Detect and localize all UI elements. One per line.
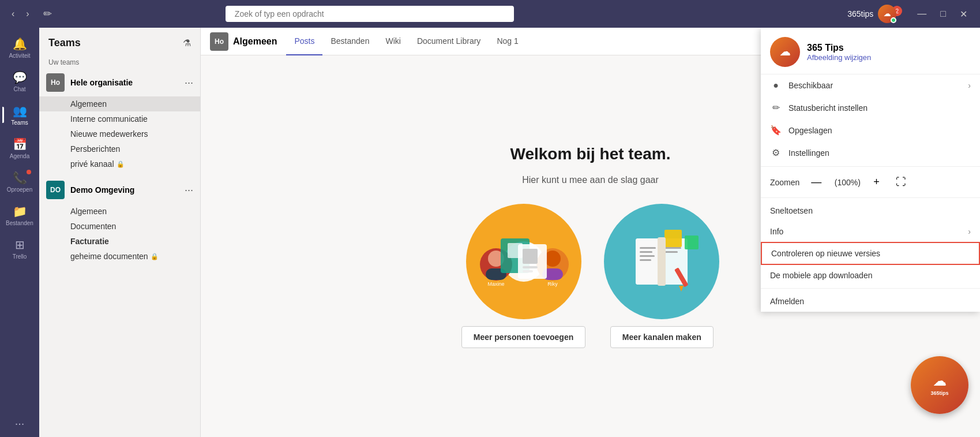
- zoom-plus-button[interactable]: +: [869, 175, 884, 189]
- bell-icon: 🔔: [13, 37, 27, 51]
- sidebar-label-teams: Teams: [11, 119, 28, 126]
- dropdown-menu: ☁ 365 Tips Afbeelding wijzigen ● Beschik…: [761, 28, 980, 312]
- channel-item-persberichten[interactable]: Persberichten: [39, 141, 200, 156]
- channel-item-facturatie[interactable]: Facturatie: [39, 234, 200, 249]
- watermark-logo-icon: ☁: [933, 374, 946, 389]
- svg-rect-21: [640, 255, 655, 257]
- svg-rect-26: [685, 236, 699, 249]
- trello-icon: ⊞: [15, 238, 25, 252]
- channel-item-geheime-documenten[interactable]: geheime documenten 🔒: [39, 249, 200, 264]
- user-avatar[interactable]: ☁: [878, 5, 896, 23]
- welcome-subtitle: Hier kunt u mee aan de slag gaar: [522, 175, 659, 185]
- lock-icon-prive: 🔒: [117, 160, 125, 168]
- main-area: 🔔 Activiteit 💬 Chat 👥 Teams 📅 Agenda 📞 O…: [0, 28, 980, 437]
- svg-text:Maxine: Maxine: [487, 281, 504, 287]
- info-label: Info: [770, 227, 783, 236]
- dropdown-item-opgeslagen[interactable]: 🔖 Opgeslagen: [761, 119, 980, 141]
- filter-button[interactable]: ⚗: [183, 38, 191, 48]
- dropdown-item-afmelden[interactable]: Afmelden: [761, 291, 980, 312]
- sidebar-item-oproepen[interactable]: 📞 Oproepen: [2, 166, 37, 197]
- zoom-label: Zoomen: [770, 178, 799, 187]
- change-photo-link[interactable]: Afbeelding wijzigen: [807, 53, 871, 62]
- tab-posts[interactable]: Posts: [286, 28, 322, 55]
- illustration-add-people: + Maxine Riky: [466, 204, 581, 319]
- illustration-add-channels: [604, 204, 719, 319]
- statusbericht-icon: ✏: [770, 102, 782, 113]
- sidebar-item-trello[interactable]: ⊞ Trello: [2, 233, 37, 264]
- team-more-ho[interactable]: ···: [185, 77, 193, 89]
- tab-document-library[interactable]: Document Library: [409, 28, 489, 55]
- dropdown-item-info[interactable]: Info ›: [761, 221, 980, 242]
- opgeslagen-icon: 🔖: [770, 125, 782, 136]
- welcome-cards: + Maxine Riky: [461, 204, 720, 348]
- sidebar-item-bestanden[interactable]: 📁 Bestanden: [2, 200, 37, 231]
- zoom-fullscreen-button[interactable]: ⛶: [891, 175, 911, 189]
- sidebar-label-chat: Chat: [13, 86, 25, 92]
- sidebar-label-activiteit: Activiteit: [9, 53, 30, 59]
- close-button[interactable]: ✕: [954, 6, 973, 22]
- channel-item-interne-communicatie[interactable]: Interne communicatie: [39, 111, 200, 126]
- search-input[interactable]: [226, 6, 514, 22]
- teams-panel: Teams ⚗ Uw teams Ho Hele organisatie ···…: [39, 28, 201, 437]
- titlebar-right: 365tips ☁ 2: [847, 5, 902, 23]
- team-avatar-do: DO: [46, 181, 65, 199]
- nav-buttons: ‹ ›: [7, 6, 34, 21]
- avatar-initials: ☁: [884, 10, 891, 18]
- files-icon: 📁: [13, 204, 27, 218]
- teams-icon: 👥: [13, 104, 27, 118]
- tab-wiki[interactable]: Wiki: [377, 28, 408, 55]
- add-people-button[interactable]: Meer personen toevoegen: [461, 326, 586, 348]
- dropdown-item-mobiele-app[interactable]: De mobiele app downloaden: [761, 265, 980, 286]
- svg-text:Riky: Riky: [547, 281, 558, 287]
- sneltoetsen-label: Sneltoetsen: [770, 206, 813, 215]
- sidebar-item-teams[interactable]: 👥 Teams: [2, 99, 37, 130]
- channel-logo: Ho: [210, 32, 228, 51]
- sidebar-label-trello: Trello: [13, 253, 27, 260]
- compose-button[interactable]: ✏: [39, 5, 57, 23]
- channel-item-documenten[interactable]: Documenten: [39, 219, 200, 234]
- sidebar-more-button[interactable]: ···: [15, 417, 25, 430]
- beschikbaar-chevron: ›: [968, 81, 971, 90]
- team-more-do[interactable]: ···: [185, 184, 193, 196]
- svg-rect-24: [665, 251, 678, 253]
- oproepen-notification-dot: [27, 170, 31, 174]
- titlebar: ‹ › ✏ 365tips ☁ 2 — □ ✕: [0, 0, 980, 28]
- dropdown-item-beschikbaar[interactable]: ● Beschikbaar ›: [761, 74, 980, 96]
- team-avatar-ho: Ho: [46, 73, 65, 92]
- content-area: Ho Algemeen Posts Bestanden Wiki Documen…: [201, 28, 980, 437]
- zoom-minus-button[interactable]: —: [806, 175, 826, 189]
- dropdown-item-sneltoetsen[interactable]: Sneltoetsen: [761, 200, 980, 221]
- dropdown-item-instellingen[interactable]: ⚙ Instellingen: [761, 141, 980, 164]
- sidebar-item-chat[interactable]: 💬 Chat: [2, 66, 37, 97]
- back-button[interactable]: ‹: [7, 6, 19, 21]
- dropdown-profile-info: 365 Tips Afbeelding wijzigen: [807, 43, 871, 62]
- channel-item-nieuwe-medewerkers[interactable]: Nieuwe medewerkers: [39, 126, 200, 141]
- sidebar-item-agenda[interactable]: 📅 Agenda: [2, 133, 37, 164]
- channel-item-algemeen-ho[interactable]: Algemeen: [39, 96, 200, 111]
- channel-item-prive-kanaal[interactable]: privé kanaal 🔒: [39, 156, 200, 171]
- dropdown-item-controleren[interactable]: Controleren op nieuwe versies: [761, 242, 980, 265]
- svg-point-7: [545, 251, 561, 267]
- zoom-row: Zoomen — (100%) + ⛶: [761, 169, 980, 195]
- welcome-card-channels: Meer kanalen maken: [604, 204, 719, 348]
- forward-button[interactable]: ›: [21, 6, 33, 21]
- team-item-demo-omgeving[interactable]: DO Demo Omgeving ···: [39, 176, 200, 204]
- teams-list: Uw teams Ho Hele organisatie ··· Algemee…: [39, 54, 200, 437]
- svg-rect-19: [640, 247, 656, 249]
- channel-item-algemeen-do[interactable]: Algemeen: [39, 204, 200, 219]
- svg-rect-25: [664, 230, 682, 247]
- team-item-hele-organisatie[interactable]: Ho Hele organisatie ···: [39, 69, 200, 96]
- svg-rect-14: [523, 266, 538, 268]
- dropdown-item-statusbericht[interactable]: ✏ Statusbericht instellen: [761, 96, 980, 119]
- minimize-button[interactable]: —: [911, 6, 932, 22]
- svg-rect-13: [523, 249, 538, 264]
- tab-nog1[interactable]: Nog 1: [489, 28, 526, 55]
- tab-bestanden[interactable]: Bestanden: [322, 28, 377, 55]
- sidebar-item-activiteit[interactable]: 🔔 Activiteit: [2, 32, 37, 64]
- opgeslagen-label: Opgeslagen: [788, 126, 832, 135]
- add-channels-button[interactable]: Meer kanalen maken: [610, 326, 714, 348]
- chat-icon: 💬: [13, 70, 27, 84]
- statusbericht-label: Statusbericht instellen: [788, 103, 868, 113]
- dropdown-divider-1: [761, 166, 980, 167]
- maximize-button[interactable]: □: [934, 6, 952, 22]
